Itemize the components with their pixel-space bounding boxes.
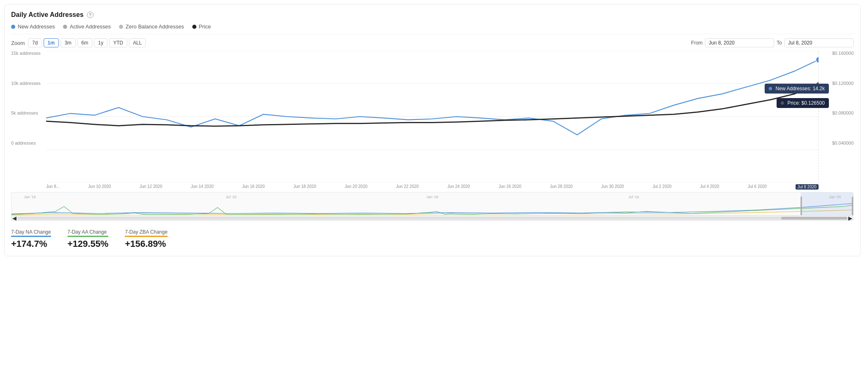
x-label-jun26: Jun 26 2020 bbox=[499, 184, 521, 190]
tooltip-price-text: Price: $0.126500 bbox=[787, 100, 825, 106]
y-label-5k: 5k addresses bbox=[11, 110, 38, 115]
zoom-all[interactable]: ALL bbox=[129, 38, 146, 47]
zoom-1y[interactable]: 1y bbox=[94, 38, 107, 47]
legend-item-new-addresses: New Addresses bbox=[11, 23, 55, 30]
x-label-jun24: Jun 24 2020 bbox=[447, 184, 470, 190]
price-line bbox=[46, 85, 819, 126]
zoom-ytd[interactable]: YTD bbox=[109, 38, 127, 47]
y-right-040: $0.040000 bbox=[832, 141, 854, 145]
y-right-160: $0.160000 bbox=[832, 51, 854, 56]
y-axis-right: $0.160000 $0.120000 $0.080000 $0.040000 bbox=[821, 51, 854, 170]
stat-na-change: 7-Day NA Change +174.7% bbox=[11, 229, 51, 249]
card-title-row: Daily Active Addresses ? bbox=[11, 11, 854, 19]
scroll-left-arrow[interactable]: ◀ bbox=[12, 216, 17, 220]
x-label-jun10: Jun 10 2020 bbox=[88, 184, 111, 190]
legend-item-active-addresses: Active Addresses bbox=[63, 23, 111, 30]
legend-item-price: Price bbox=[192, 23, 211, 30]
zoom-group: Zoom 7d 1m 3m 6m 1y YTD ALL bbox=[11, 38, 146, 47]
x-label-jul6: Jul 6 2020 bbox=[748, 184, 767, 190]
x-label-jun28: Jun 28 2020 bbox=[550, 184, 573, 190]
scroll-track[interactable] bbox=[17, 217, 847, 220]
tooltip-price-dot bbox=[781, 101, 784, 105]
x-axis-row: Jun 8... Jun 10 2020 Jun 12 2020 Jun 14 … bbox=[11, 184, 854, 190]
stat-zba-change: 7-Day ZBA Change +156.89% bbox=[125, 229, 167, 249]
legend-label-new-addresses: New Addresses bbox=[18, 23, 55, 30]
to-date-input[interactable] bbox=[784, 38, 854, 47]
scroll-thumb[interactable] bbox=[781, 217, 847, 220]
zoom-6m[interactable]: 6m bbox=[77, 38, 93, 47]
x-label-jun30: Jun 30 2020 bbox=[601, 184, 624, 190]
chart-svg bbox=[11, 51, 854, 183]
x-label-jun18: Jun 18 2020 bbox=[294, 184, 316, 190]
stat-zba-label: 7-Day ZBA Change bbox=[125, 229, 167, 237]
stat-na-label: 7-Day NA Change bbox=[11, 229, 51, 237]
y-right-120: $0.120000 bbox=[832, 81, 854, 86]
stat-aa-label: 7-Day AA Change bbox=[68, 229, 109, 237]
legend-label-zero-balance: Zero Balance Addresses bbox=[126, 23, 184, 30]
stat-na-value: +174.7% bbox=[11, 239, 51, 249]
legend-dot-active-addresses bbox=[63, 25, 67, 29]
to-label: To bbox=[777, 40, 782, 46]
daily-active-addresses-card: Daily Active Addresses ? New Addresses A… bbox=[4, 4, 861, 256]
date-range-group: From To bbox=[691, 38, 854, 47]
tooltip-new-addresses-text: New Addresses: 14.2k bbox=[776, 86, 825, 91]
legend-label-active-addresses: Active Addresses bbox=[70, 23, 111, 30]
legend-row: New Addresses Active Addresses Zero Bala… bbox=[11, 23, 854, 34]
tooltip-new-addresses: New Addresses: 14.2k bbox=[765, 84, 829, 94]
svg-rect-8 bbox=[852, 197, 853, 217]
from-label: From bbox=[691, 40, 702, 46]
stat-aa-value: +129.55% bbox=[68, 239, 109, 249]
legend-dot-price bbox=[192, 25, 196, 29]
tooltip-price: Price: $0.126500 bbox=[777, 98, 829, 108]
card-title: Daily Active Addresses bbox=[11, 11, 84, 19]
main-chart-area: 15k addresses 10k addresses 5k addresses… bbox=[11, 51, 854, 183]
scroll-right-arrow[interactable]: ▶ bbox=[847, 216, 853, 220]
stat-aa-change: 7-Day AA Change +129.55% bbox=[68, 229, 109, 249]
x-label-jun8: Jun 8... bbox=[46, 184, 60, 190]
new-addresses-line bbox=[46, 60, 819, 135]
y-label-0: 0 addresses bbox=[11, 141, 36, 145]
x-label-jun16: Jun 16 2020 bbox=[242, 184, 265, 190]
zoom-3m[interactable]: 3m bbox=[61, 38, 76, 47]
x-label-jun22: Jun 22 2020 bbox=[396, 184, 419, 190]
legend-label-price: Price bbox=[199, 23, 211, 30]
legend-dot-new-addresses bbox=[11, 25, 15, 29]
x-label-jul8-highlight: Jul 8 2020 bbox=[796, 184, 819, 190]
svg-rect-7 bbox=[800, 197, 802, 217]
tooltip-dot bbox=[769, 87, 772, 90]
x-label-jul2: Jul 2 2020 bbox=[653, 184, 672, 190]
y-label-15k: 15k addresses bbox=[11, 51, 41, 56]
stat-zba-value: +156.89% bbox=[125, 239, 167, 249]
controls-row: Zoom 7d 1m 3m 6m 1y YTD ALL From To bbox=[11, 38, 854, 47]
x-label-jun20: Jun 20 2020 bbox=[345, 184, 367, 190]
zoom-1m[interactable]: 1m bbox=[44, 38, 59, 47]
legend-dot-zero-balance bbox=[119, 25, 123, 29]
zoom-7d[interactable]: 7d bbox=[28, 38, 42, 47]
stats-row: 7-Day NA Change +174.7% 7-Day AA Change … bbox=[11, 224, 854, 249]
x-label-jun12: Jun 12 2020 bbox=[140, 184, 162, 190]
help-icon[interactable]: ? bbox=[87, 12, 93, 18]
legend-item-zero-balance: Zero Balance Addresses bbox=[119, 23, 184, 30]
minimap-scrollbar[interactable]: ◀ ▶ bbox=[12, 215, 853, 220]
y-axis-left: 15k addresses 10k addresses 5k addresses… bbox=[11, 51, 44, 170]
minimap-area[interactable]: Jan '18 Jul '18 Jan '19 Jul '19 Jan '20 … bbox=[11, 192, 854, 221]
x-label-jul4: Jul 4 2020 bbox=[700, 184, 719, 190]
x-label-jun14: Jun 14 2020 bbox=[191, 184, 213, 190]
zoom-label: Zoom bbox=[11, 40, 25, 46]
y-right-080: $0.080000 bbox=[832, 110, 854, 115]
from-date-input[interactable] bbox=[705, 38, 774, 47]
y-label-10k: 10k addresses bbox=[11, 81, 41, 86]
